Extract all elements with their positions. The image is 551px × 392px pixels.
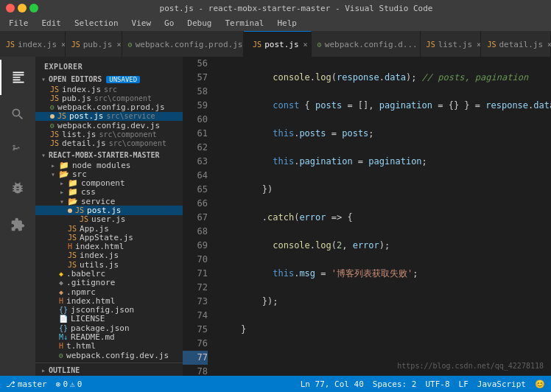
menu-file[interactable]: File [3,16,35,31]
warning-icon: ⚠ [70,379,75,389]
open-editor-list[interactable]: JS list.js src\component [35,130,183,139]
status-bar: ⎇ master ⊗ 0 ⚠ 0 Ln 77, Col 40 Spaces: 2… [0,376,551,392]
tree-index-html[interactable]: H index.html [35,242,183,251]
tree-readme[interactable]: M↓ README.md [35,332,183,341]
tab-webpack-config-prod[interactable]: ⚙ webpack.config.prod.js × [122,31,244,57]
tab-index-js[interactable]: JS index.js × [0,31,66,57]
tree-root-index-html[interactable]: H index.html [35,296,183,305]
open-editor-webpack-prod[interactable]: ⚙ webpack.config.prod.js [35,103,183,112]
branch-icon: ⎇ [6,379,15,389]
title-bar: post.js - react-mobx-starter-master - Vi… [0,0,551,16]
tree-user-js[interactable]: JS user.js [35,215,183,224]
code-content[interactable]: console.log(response.data); // posts, pa… [214,57,551,376]
code-line-60: }) [220,183,551,197]
tree-t-html[interactable]: H t.html [35,342,183,351]
status-spaces[interactable]: Spaces: 2 [373,379,417,389]
status-branch[interactable]: ⎇ master [6,379,47,389]
outline-section: ▸ OUTLINE [35,363,183,376]
tab-list-js[interactable]: JS list.js × [421,31,482,57]
tree-post-js[interactable]: JS post.js [35,206,183,214]
window-title: post.js - react-mobx-starter-master - Vi… [47,4,545,13]
tree-jsconfig[interactable]: {} jsconfig.json [35,305,183,314]
open-editor-webpack-dev[interactable]: ⚙ webpack.config.dev.js [35,121,183,130]
tab-pub-js[interactable]: JS pub.js × [66,31,122,57]
code-line-62: console.log(2, error); [220,239,551,253]
tab-webpack-config-dev[interactable]: ⚙ webpack.config.d... × [312,31,421,57]
main-layout: EXPLORER ▾ OPEN EDITORS UNSAVED JS index… [0,57,551,376]
tree-css[interactable]: ▸ 📁 css [35,188,183,197]
outline-header[interactable]: ▸ OUTLINE [35,363,183,376]
activity-extensions[interactable] [0,207,35,242]
tree-src[interactable]: ▾ 📂 src [35,169,183,178]
activity-debug[interactable] [0,170,35,206]
tree-license[interactable]: 📄 LICENSE [35,315,183,323]
menu-view[interactable]: View [126,16,158,31]
open-editor-post[interactable]: JS post.js src\service [35,112,183,121]
status-feedback[interactable]: 😊 [535,379,545,389]
status-errors[interactable]: ⊗ 0 ⚠ 0 [56,379,83,389]
menu-bar: File Edit Selection View Go Debug Termin… [0,16,551,31]
status-language[interactable]: JavaScript [477,379,526,389]
tree-utils-js[interactable]: JS utils.js [35,260,183,269]
code-line-56: console.log(response.data); // posts, pa… [220,71,551,85]
menu-debug[interactable]: Debug [181,16,217,31]
explorer-title: EXPLORER [35,57,183,74]
open-editor-index[interactable]: JS index.js src [35,85,183,94]
close-button[interactable] [6,4,15,13]
tab-post-js[interactable]: JS post.js × [244,31,312,57]
menu-terminal[interactable]: Terminal [219,16,270,31]
status-line-ending[interactable]: LF [459,379,468,389]
tree-app-js[interactable]: JS App.js [35,224,183,233]
menu-edit[interactable]: Edit [36,16,68,31]
line-numbers: 56 57 58 59 60 61 62 63 64 65 66 67 68 6… [183,57,214,376]
tree-babelrc[interactable]: ◆ .babelrc [35,269,183,278]
tree-node-modules[interactable]: ▸ 📁 node_modules [35,161,183,169]
tree-package-json[interactable]: {} package.json [35,323,183,332]
tree-index-js[interactable]: JS index.js [35,251,183,260]
code-line-66 [220,351,551,365]
window-controls [6,4,38,13]
code-line-58: this.posts = posts; [220,127,551,141]
code-line-63: this.msg = '博客列表获取失败'; [220,267,551,281]
tab-bar: JS index.js × JS pub.js × ⚙ webpack.conf… [0,31,551,57]
tree-appstate-js[interactable]: JS AppState.js [35,233,183,242]
error-icon: ⊗ [56,379,61,389]
tree-gitignore[interactable]: ◆ .gitignore [35,279,183,287]
sidebar: EXPLORER ▾ OPEN EDITORS UNSAVED JS index… [35,57,183,376]
code-line-65: } [220,323,551,337]
code-area: 56 57 58 59 60 61 62 63 64 65 66 67 68 6… [183,57,551,376]
activity-explorer[interactable] [0,60,35,95]
activity-search[interactable] [0,97,35,132]
project-header[interactable]: ▾ REACT-MOBX-STARTER-MASTER [35,148,183,161]
tree-webpack-dev[interactable]: ⚙ webpack.config.dev.js [35,351,183,360]
activity-bar [0,57,35,376]
open-editor-detail[interactable]: JS detail.js src\component [35,139,183,148]
maximize-button[interactable] [29,4,38,13]
open-editors-header[interactable]: ▾ OPEN EDITORS UNSAVED [35,74,183,85]
status-right: Ln 77, Col 40 Spaces: 2 UTF-8 LF JavaScr… [301,379,545,389]
open-editor-pub[interactable]: JS pub.js src\component [35,94,183,102]
tree-component[interactable]: ▸ 📁 component [35,179,183,188]
menu-help[interactable]: Help [271,16,303,31]
status-cursor[interactable]: Ln 77, Col 40 [301,379,364,389]
menu-selection[interactable]: Selection [69,16,124,31]
code-editor[interactable]: 56 57 58 59 60 61 62 63 64 65 66 67 68 6… [183,57,551,376]
tree-service[interactable]: ▾ 📂 service [35,197,183,206]
minimize-button[interactable] [18,4,27,13]
status-encoding[interactable]: UTF-8 [425,379,449,389]
tree-npmrc[interactable]: ◆ .npmrc [35,287,183,296]
code-line-61: .catch(error => { [220,211,551,225]
activity-git[interactable] [0,133,35,169]
code-line-57: const { posts = [], pagination = {} } = … [220,99,551,113]
code-line-64: }); [220,295,551,309]
menu-go[interactable]: Go [158,16,180,31]
code-line-59: this.pagination = pagination; [220,155,551,169]
tab-detail-js[interactable]: JS detail.js × [481,31,551,57]
